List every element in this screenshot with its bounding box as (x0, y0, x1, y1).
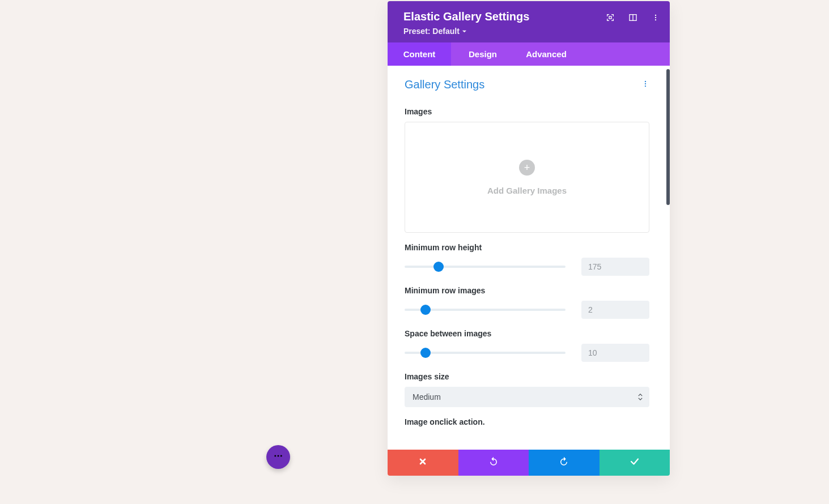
images-size-select[interactable]: Medium (405, 387, 649, 407)
svg-point-11 (645, 85, 646, 86)
svg-point-2 (280, 455, 282, 457)
panel-scroll[interactable]: Gallery Settings Images + Add Gallery Im… (388, 66, 666, 450)
scrollbar-thumb[interactable] (666, 69, 670, 205)
panel-body: Gallery Settings Images + Add Gallery Im… (388, 66, 670, 450)
redo-button[interactable] (529, 450, 600, 476)
svg-point-8 (655, 19, 656, 20)
min-row-images-slider[interactable] (405, 305, 566, 315)
min-row-height-label: Minimum row height (405, 243, 649, 252)
svg-point-1 (278, 455, 279, 457)
header-icons (605, 12, 661, 23)
preset-label: Preset: Default (403, 27, 460, 36)
check-icon (630, 456, 640, 469)
close-icon (418, 457, 427, 468)
space-between-control: 10 (405, 344, 649, 362)
svg-rect-3 (609, 16, 611, 19)
min-row-images-label: Minimum row images (405, 286, 649, 295)
undo-button[interactable] (458, 450, 529, 476)
images-label: Images (405, 107, 649, 116)
min-row-height-value[interactable]: 175 (581, 258, 649, 276)
slider-thumb[interactable] (420, 348, 431, 358)
section-menu-icon[interactable] (641, 79, 649, 91)
kebab-icon[interactable] (651, 12, 661, 23)
slider-track (405, 266, 566, 268)
redo-icon (559, 456, 569, 469)
expand-icon[interactable] (605, 12, 615, 23)
section-title: Gallery Settings (405, 78, 484, 91)
page-settings-fab[interactable] (266, 445, 290, 469)
ellipsis-icon (273, 451, 283, 463)
add-images-box[interactable]: + Add Gallery Images (405, 122, 649, 233)
tab-design[interactable]: Design (451, 42, 515, 66)
confirm-button[interactable] (600, 450, 670, 476)
images-size-value: Medium (413, 392, 441, 402)
section-header: Gallery Settings (405, 66, 649, 97)
plus-icon: + (519, 160, 535, 176)
svg-point-0 (274, 455, 276, 457)
min-row-height-control: 175 (405, 258, 649, 276)
min-row-images-value[interactable]: 2 (581, 301, 649, 319)
min-row-height-slider[interactable] (405, 262, 566, 272)
tabs: Content Design Advanced (388, 42, 670, 66)
select-chevron-icon (638, 394, 643, 400)
space-between-value[interactable]: 10 (581, 344, 649, 362)
svg-point-7 (655, 17, 656, 18)
panel-footer (388, 450, 670, 476)
svg-point-6 (655, 15, 656, 16)
space-between-label: Space between images (405, 329, 649, 338)
svg-point-9 (645, 80, 646, 82)
caret-down-icon (462, 27, 467, 36)
space-between-slider[interactable] (405, 348, 566, 358)
columns-icon[interactable] (628, 12, 638, 23)
slider-thumb[interactable] (420, 305, 431, 315)
cancel-button[interactable] (388, 450, 458, 476)
preset-dropdown[interactable]: Preset: Default (403, 27, 654, 36)
min-row-images-control: 2 (405, 301, 649, 319)
svg-point-10 (645, 83, 646, 84)
slider-thumb[interactable] (433, 262, 444, 272)
tab-advanced[interactable]: Advanced (515, 42, 578, 66)
add-images-text: Add Gallery Images (487, 186, 567, 195)
undo-icon (488, 456, 499, 469)
images-size-label: Images size (405, 372, 649, 381)
settings-panel: Elastic Gallery Settings Preset: Default… (388, 1, 670, 476)
onclick-action-label: Image onclick action. (405, 417, 649, 426)
panel-header: Elastic Gallery Settings Preset: Default (388, 1, 670, 42)
tab-content[interactable]: Content (388, 42, 451, 66)
